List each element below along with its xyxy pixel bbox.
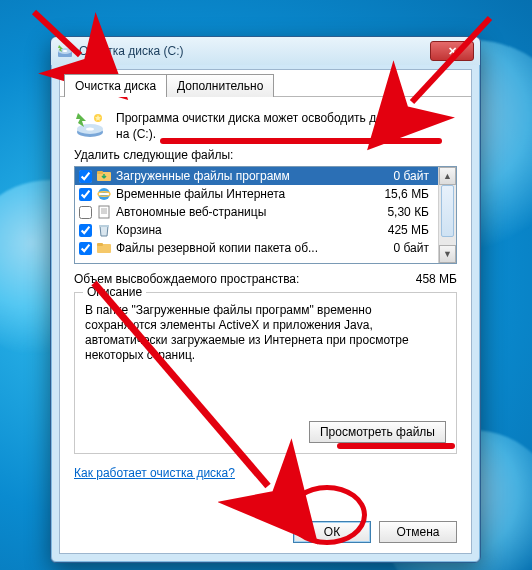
desktop-background: Очистка диска (C:) ✕ Очистка диска Допол… bbox=[0, 0, 532, 570]
button-label: Отмена bbox=[396, 525, 439, 539]
titlebar[interactable]: Очистка диска (C:) ✕ bbox=[51, 37, 480, 65]
list-item-name: Автономные веб-страницы bbox=[116, 205, 369, 219]
dialog-window: Очистка диска (C:) ✕ Очистка диска Допол… bbox=[50, 36, 481, 563]
disk-cleanup-icon bbox=[57, 43, 73, 59]
list-item[interactable]: Загруженные файлы программ0 байт bbox=[75, 167, 439, 185]
button-label: ОК bbox=[324, 525, 340, 539]
file-categories-list: Загруженные файлы программ0 байтВременны… bbox=[74, 166, 457, 264]
info-text: Программа очистки диска может освободить… bbox=[116, 110, 427, 142]
page-icon bbox=[96, 204, 112, 220]
list-item-size: 425 МБ bbox=[369, 223, 435, 237]
tab-mask bbox=[65, 96, 165, 97]
total-row: Объем высвобождаемого пространства: 458 … bbox=[74, 272, 457, 286]
list-item-checkbox[interactable] bbox=[79, 224, 92, 237]
bin-icon bbox=[96, 222, 112, 238]
info-row: Программа очистки диска может освободить… bbox=[74, 110, 457, 142]
svg-rect-15 bbox=[99, 225, 109, 227]
button-label: Просмотреть файлы bbox=[320, 425, 435, 439]
cancel-button[interactable]: Отмена bbox=[379, 521, 457, 543]
list-item-size: 5,30 КБ bbox=[369, 205, 435, 219]
folder-down-icon bbox=[96, 168, 112, 184]
list-item-name: Загруженные файлы программ bbox=[116, 169, 369, 183]
total-label: Объем высвобождаемого пространства: bbox=[74, 272, 377, 286]
info-line1: Программа очистки диска может освободить… bbox=[116, 110, 427, 126]
tab-label: Дополнительно bbox=[177, 79, 263, 93]
dialog-button-bar: ОК Отмена bbox=[293, 521, 457, 543]
list-item[interactable]: Файлы резервной копии пакета об...0 байт bbox=[75, 239, 439, 257]
list-item-name: Файлы резервной копии пакета об... bbox=[116, 241, 369, 255]
svg-point-5 bbox=[86, 127, 94, 130]
link-text: Как работает очистка диска? bbox=[74, 466, 235, 480]
delete-files-label: Удалить следующие файлы: bbox=[74, 148, 457, 162]
list-item[interactable]: Автономные веб-страницы5,30 КБ bbox=[75, 203, 439, 221]
how-cleanup-works-link[interactable]: Как работает очистка диска? bbox=[74, 466, 235, 480]
disk-cleanup-large-icon bbox=[74, 110, 106, 142]
list-item[interactable]: Корзина425 МБ bbox=[75, 221, 439, 239]
info-line2: на (C:). bbox=[116, 126, 427, 142]
list-item-checkbox[interactable] bbox=[79, 242, 92, 255]
list-item-name: Временные файлы Интернета bbox=[116, 187, 369, 201]
description-legend: Описание bbox=[83, 285, 146, 299]
window-title: Очистка диска (C:) bbox=[79, 44, 184, 58]
scroll-down-button[interactable]: ▼ bbox=[439, 245, 456, 263]
ie-icon bbox=[96, 186, 112, 202]
close-button[interactable]: ✕ bbox=[430, 41, 474, 61]
tab-body: Программа очистки диска может освободить… bbox=[60, 96, 471, 553]
view-files-button[interactable]: Просмотреть файлы bbox=[309, 421, 446, 443]
list-item-size: 0 байт bbox=[369, 169, 435, 183]
total-value: 458 МБ bbox=[377, 272, 457, 286]
list-item-checkbox[interactable] bbox=[79, 188, 92, 201]
svg-rect-11 bbox=[99, 206, 109, 218]
list-item-checkbox[interactable] bbox=[79, 170, 92, 183]
scroll-thumb[interactable] bbox=[441, 185, 454, 237]
list-item-checkbox[interactable] bbox=[79, 206, 92, 219]
svg-point-2 bbox=[63, 50, 68, 52]
help-link-row: Как работает очистка диска? bbox=[74, 466, 457, 480]
description-text: В папке "Загруженные файлы программ" вре… bbox=[85, 303, 446, 363]
close-icon: ✕ bbox=[448, 45, 457, 58]
chevron-down-icon: ▼ bbox=[443, 249, 452, 259]
tab-strip: Очистка диска Дополнительно bbox=[60, 70, 471, 97]
tab-cleanup[interactable]: Очистка диска bbox=[64, 74, 167, 97]
folder-icon bbox=[96, 240, 112, 256]
chevron-up-icon: ▲ bbox=[443, 171, 452, 181]
scroll-up-button[interactable]: ▲ bbox=[439, 167, 456, 185]
tab-label: Очистка диска bbox=[75, 79, 156, 93]
svg-rect-17 bbox=[97, 243, 103, 246]
list-item-name: Корзина bbox=[116, 223, 369, 237]
svg-rect-8 bbox=[97, 171, 103, 174]
list-item[interactable]: Временные файлы Интернета15,6 МБ bbox=[75, 185, 439, 203]
ok-button[interactable]: ОК bbox=[293, 521, 371, 543]
list-item-size: 15,6 МБ bbox=[369, 187, 435, 201]
list-item-size: 0 байт bbox=[369, 241, 435, 255]
description-group: Описание В папке "Загруженные файлы прог… bbox=[74, 292, 457, 454]
client-area: Очистка диска Дополнительно Программа оч… bbox=[59, 69, 472, 554]
tab-more-options[interactable]: Дополнительно bbox=[166, 74, 274, 97]
list-scrollbar[interactable]: ▲ ▼ bbox=[438, 167, 456, 263]
